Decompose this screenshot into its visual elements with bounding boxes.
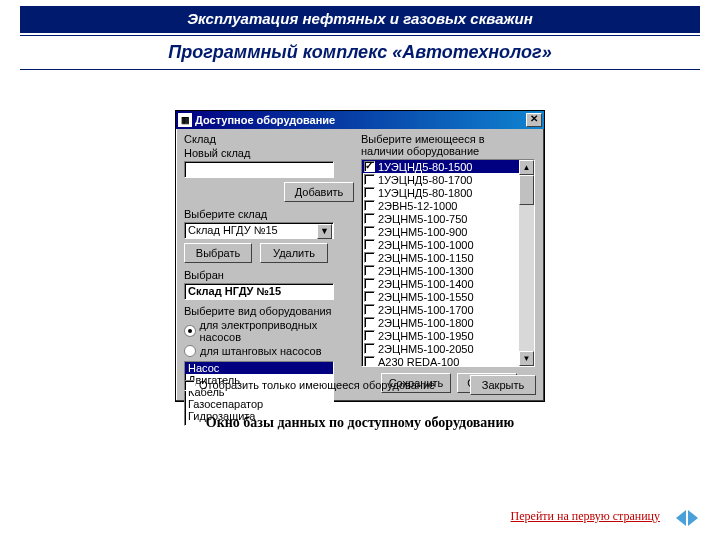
radio-icon bbox=[184, 325, 196, 337]
page-header: Эксплуатация нефтяных и газовых скважин bbox=[20, 6, 700, 33]
equipment-item[interactable]: 2ЭЦНМ5-100-1550 bbox=[362, 290, 534, 303]
checkbox-icon[interactable] bbox=[364, 161, 375, 172]
equipment-type-label: Выберите вид оборудования bbox=[184, 305, 354, 317]
scroll-up-icon[interactable]: ▲ bbox=[519, 160, 534, 175]
selected-stock-value: Склад НГДУ №15 bbox=[188, 285, 281, 297]
selected-label: Выбран bbox=[184, 269, 354, 281]
equipment-item-label: A230 REDA-100 bbox=[378, 356, 459, 368]
available-equipment-dialog: ▦ Доступное оборудование ✕ Склад Новый с… bbox=[175, 110, 545, 402]
checkbox-icon[interactable] bbox=[364, 278, 375, 289]
equipment-item-label: 2ЭВН5-12-1000 bbox=[378, 200, 457, 212]
next-page-icon[interactable] bbox=[688, 510, 702, 526]
new-stock-label: Новый склад bbox=[184, 147, 354, 159]
checkbox-icon[interactable] bbox=[364, 200, 375, 211]
equipment-item[interactable]: 2ЭЦНМ5-100-1800 bbox=[362, 316, 534, 329]
page-subtitle: Программный комплекс «Автотехнолог» bbox=[0, 36, 720, 69]
equipment-item[interactable]: 2ЭВН5-12-1000 bbox=[362, 199, 534, 212]
scroll-thumb[interactable] bbox=[519, 175, 534, 205]
equipment-item-label: 2ЭЦНМ5-100-2050 bbox=[378, 343, 474, 355]
choose-stock-label: Выберите склад bbox=[184, 208, 354, 220]
checkbox-icon[interactable] bbox=[364, 356, 375, 367]
equipment-item-label: 2ЭЦНМ5-100-900 bbox=[378, 226, 467, 238]
right-pane: Выберите имеющееся в наличии оборудовани… bbox=[361, 133, 537, 393]
close-button[interactable]: Закрыть bbox=[470, 375, 536, 395]
equipment-item-label: 1УЭЦНД5-80-1800 bbox=[378, 187, 472, 199]
radio-rod-label: для штанговых насосов bbox=[200, 345, 322, 357]
equipment-item-label: 2ЭЦНМ5-100-1550 bbox=[378, 291, 474, 303]
equipment-item[interactable]: 1УЭЦНД5-80-1500 bbox=[362, 160, 534, 173]
equipment-item[interactable]: 2ЭЦНМ5-100-900 bbox=[362, 225, 534, 238]
equipment-item-label: 2ЭЦНМ5-100-750 bbox=[378, 213, 467, 225]
checkbox-icon[interactable] bbox=[364, 265, 375, 276]
checkbox-icon[interactable] bbox=[364, 239, 375, 250]
equipment-item[interactable]: 2ЭЦНМ5-100-1150 bbox=[362, 251, 534, 264]
instruction-label: Выберите имеющееся в наличии оборудовани… bbox=[361, 133, 521, 157]
equipment-item-label: 1УЭЦНД5-80-1500 bbox=[378, 161, 472, 173]
equipment-item[interactable]: 2ЭЦНМ5-100-750 bbox=[362, 212, 534, 225]
add-button[interactable]: Добавить bbox=[284, 182, 354, 202]
choose-stock-select[interactable]: Склад НГДУ №15 ▼ bbox=[184, 222, 334, 239]
checkbox-icon[interactable] bbox=[364, 317, 375, 328]
equipment-item[interactable]: A230 REDA-100 bbox=[362, 355, 534, 367]
nav-arrows bbox=[672, 510, 702, 526]
new-stock-input[interactable] bbox=[184, 161, 334, 178]
dialog-footer: Отобразить только имеющееся оборудование… bbox=[184, 375, 536, 395]
radio-rod[interactable]: для штанговых насосов bbox=[184, 345, 354, 357]
prev-page-icon[interactable] bbox=[672, 510, 686, 526]
list-item[interactable]: Газосепаратор bbox=[185, 398, 333, 410]
titlebar[interactable]: ▦ Доступное оборудование ✕ bbox=[176, 111, 544, 129]
checkbox-icon[interactable] bbox=[364, 330, 375, 341]
checkbox-icon[interactable] bbox=[364, 304, 375, 315]
chevron-down-icon[interactable]: ▼ bbox=[317, 224, 332, 239]
figure-caption: Окно базы данных по доступному оборудова… bbox=[0, 415, 720, 431]
close-icon[interactable]: ✕ bbox=[526, 113, 542, 127]
select-button[interactable]: Выбрать bbox=[184, 243, 252, 263]
equipment-item[interactable]: 2ЭЦНМ5-100-1700 bbox=[362, 303, 534, 316]
scroll-down-icon[interactable]: ▼ bbox=[519, 351, 534, 366]
equipment-item-label: 2ЭЦНМ5-100-1000 bbox=[378, 239, 474, 251]
radio-electric[interactable]: для электроприводных насосов bbox=[184, 319, 354, 343]
equipment-item-label: 1УЭЦНД5-80-1700 bbox=[378, 174, 472, 186]
app-icon: ▦ bbox=[178, 113, 192, 127]
group-label: Склад bbox=[184, 133, 354, 145]
first-page-link[interactable]: Перейти на первую страницу bbox=[511, 509, 660, 524]
checkbox-icon[interactable] bbox=[364, 226, 375, 237]
show-only-available-checkbox[interactable] bbox=[184, 380, 195, 391]
choose-stock-value: Склад НГДУ №15 bbox=[188, 224, 278, 236]
equipment-item[interactable]: 1УЭЦНД5-80-1700 bbox=[362, 173, 534, 186]
checkbox-icon[interactable] bbox=[364, 174, 375, 185]
radio-electric-label: для электроприводных насосов bbox=[200, 319, 354, 343]
checkbox-icon[interactable] bbox=[364, 291, 375, 302]
equipment-item-label: 2ЭЦНМ5-100-1950 bbox=[378, 330, 474, 342]
equipment-item-label: 2ЭЦНМ5-100-1400 bbox=[378, 278, 474, 290]
equipment-item-label: 2ЭЦНМ5-100-1800 bbox=[378, 317, 474, 329]
scrollbar[interactable]: ▲ ▼ bbox=[519, 160, 534, 366]
equipment-item[interactable]: 2ЭЦНМ5-100-1000 bbox=[362, 238, 534, 251]
equipment-item[interactable]: 2ЭЦНМ5-100-1400 bbox=[362, 277, 534, 290]
checkbox-icon[interactable] bbox=[364, 213, 375, 224]
dialog-title: Доступное оборудование bbox=[195, 114, 335, 126]
equipment-item-label: 2ЭЦНМ5-100-1700 bbox=[378, 304, 474, 316]
equipment-item[interactable]: 2ЭЦНМ5-100-1950 bbox=[362, 329, 534, 342]
list-item[interactable]: Насос bbox=[185, 362, 333, 374]
equipment-item-label: 2ЭЦНМ5-100-1150 bbox=[378, 252, 474, 264]
equipment-item-label: 2ЭЦНМ5-100-1300 bbox=[378, 265, 474, 277]
checkbox-icon[interactable] bbox=[364, 187, 375, 198]
delete-button[interactable]: Удалить bbox=[260, 243, 328, 263]
equipment-checklist[interactable]: 1УЭЦНД5-80-15001УЭЦНД5-80-17001УЭЦНД5-80… bbox=[361, 159, 535, 367]
show-only-available-label: Отобразить только имеющееся оборудование bbox=[199, 379, 466, 391]
equipment-item[interactable]: 1УЭЦНД5-80-1800 bbox=[362, 186, 534, 199]
equipment-item[interactable]: 2ЭЦНМ5-100-2050 bbox=[362, 342, 534, 355]
equipment-item[interactable]: 2ЭЦНМ5-100-1300 bbox=[362, 264, 534, 277]
checkbox-icon[interactable] bbox=[364, 252, 375, 263]
radio-icon bbox=[184, 345, 196, 357]
divider bbox=[20, 69, 700, 70]
checkbox-icon[interactable] bbox=[364, 343, 375, 354]
selected-stock-field: Склад НГДУ №15 bbox=[184, 283, 334, 300]
